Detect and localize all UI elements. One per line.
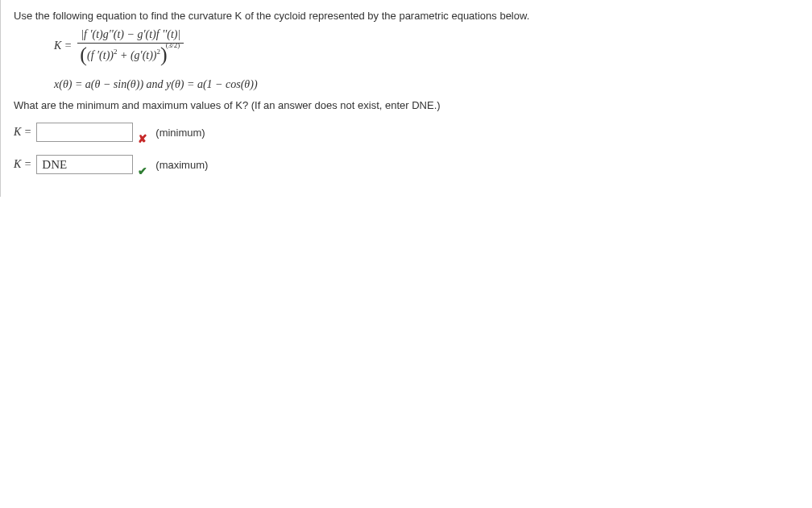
k-label-max: K = <box>14 158 31 171</box>
curvature-formula: K = |f ′(t)g′′(t) − g′(t)f ′′(t)| ( (f ′… <box>54 28 799 64</box>
problem-intro: Use the following equation to find the c… <box>14 10 799 22</box>
maximum-label: (maximum) <box>155 159 208 171</box>
correct-icon: ✔ <box>138 164 147 177</box>
formula-denominator: ( (f ′(t))2 + (g′(t))2 ) (3/2) <box>77 44 184 64</box>
answer-row-minimum: K = ✘ (minimum) <box>14 123 799 142</box>
wrong-icon: ✘ <box>138 132 147 145</box>
parametric-equations: x(θ) = a(θ − sin(θ)) and y(θ) = a(1 − co… <box>54 78 799 91</box>
input-minimum[interactable] <box>36 123 133 142</box>
minimum-label: (minimum) <box>155 127 205 139</box>
input-maximum[interactable] <box>36 155 133 174</box>
question-text: What are the minimum and maximum values … <box>14 99 799 111</box>
denom-exp-outer: (3/2) <box>166 41 180 49</box>
k-label-min: K = <box>14 126 31 139</box>
denom-f-prime: (f ′(t)) <box>87 49 114 61</box>
denom-plus: + (g′(t)) <box>117 49 156 61</box>
k-equals-label: K = <box>54 40 72 52</box>
answer-row-maximum: K = ✔ (maximum) <box>14 155 799 174</box>
